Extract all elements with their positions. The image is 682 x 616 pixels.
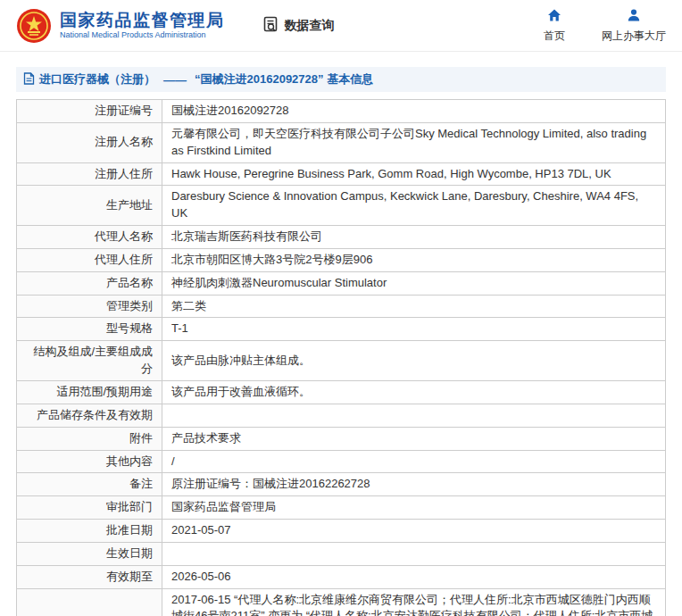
row-value: 神经肌肉刺激器Neuromuscular Stimulator (162, 271, 666, 295)
row-label: 生产地址 (17, 186, 162, 226)
table-row: 型号规格T-1 (17, 318, 666, 341)
table-row: 审批部门国家药品监督管理局 (17, 496, 666, 520)
table-row: 产品名称神经肌肉刺激器Neuromuscular Stimulator (17, 271, 666, 295)
person-icon (627, 8, 641, 26)
row-label: 其他内容 (17, 450, 162, 473)
row-label: 代理人住所 (17, 248, 162, 271)
agency-name-cn: 国家药品监督管理局 (60, 11, 225, 30)
breadcrumb-separator: —— (163, 73, 187, 87)
data-query-label: 数据查询 (285, 18, 335, 34)
row-label: 产品储存条件及有效期 (17, 404, 162, 427)
row-value: 2017-06-15 “代理人名称:北京维康维尔商贸有限公司；代理人住所:北京市… (162, 588, 666, 616)
nav-service-hall-label: 网上办事大厅 (602, 29, 666, 44)
row-label: 适用范围/预期用途 (17, 380, 162, 404)
row-value: 北京市朝阳区博大路3号院2号楼9层906 (162, 248, 666, 271)
table-row: 产品储存条件及有效期 (17, 404, 666, 427)
row-label: 生效日期 (17, 542, 162, 565)
row-value: 国家药品监督管理局 (162, 496, 666, 520)
nav-item-home[interactable]: 首页 (539, 8, 570, 44)
agency-title-block: 国家药品监督管理局 National Medical Products Admi… (60, 11, 225, 40)
row-label: 管理类别 (17, 295, 162, 318)
row-label: 产品名称 (17, 271, 162, 295)
row-value: Daresbury Science & Innovation Campus, K… (162, 186, 666, 226)
table-row: 注册证编号国械注进20162092728 (17, 100, 666, 123)
row-label: 审批部门 (17, 496, 162, 520)
row-value: 第二类 (162, 295, 666, 318)
table-row: 附件产品技术要求 (17, 427, 666, 450)
row-label: 批准日期 (17, 520, 162, 543)
row-label: 有效期至 (17, 565, 162, 588)
row-label: 附件 (17, 427, 162, 450)
table-row: 适用范围/预期用途该产品用于改善血液循环。 (17, 380, 666, 404)
table-row: 有效期至2026-05-06 (17, 565, 666, 588)
nmpa-emblem-logo (16, 8, 52, 44)
row-label: 注册人名称 (17, 122, 162, 162)
registration-info-table: 注册证编号国械注进20162092728注册人名称元馨有限公司，即天空医疗科技有… (16, 99, 666, 616)
row-value: Hawk House, Peregrine Business Park, Gom… (162, 162, 666, 186)
table-row: 代理人名称北京瑞吉斯医药科技有限公司 (17, 226, 666, 249)
agency-name-en: National Medical Products Administration (60, 30, 225, 40)
table-row: 备注原注册证编号：国械注进20162262728 (17, 473, 666, 496)
row-value (162, 404, 666, 427)
breadcrumb-section[interactable]: 进口医疗器械（注册） (39, 71, 155, 87)
row-label: 结构及组成/主要组成成分 (17, 341, 162, 381)
nav-home-label: 首页 (544, 29, 565, 44)
row-label: 注册人住所 (17, 162, 162, 186)
row-value: 2026-05-06 (162, 565, 666, 588)
table-row: 生产地址Daresbury Science & Innovation Campu… (17, 186, 666, 226)
row-value: 原注册证编号：国械注进20162262728 (162, 473, 666, 496)
row-value: 国械注进20162092728 (162, 100, 666, 123)
data-query-icon (262, 15, 280, 36)
row-label: 代理人名称 (17, 226, 162, 249)
table-row: 批准日期2021-05-07 (17, 520, 666, 543)
table-row: 注册人名称元馨有限公司，即天空医疗科技有限公司子公司Sky Medical Te… (17, 122, 666, 162)
row-value: 2021-05-07 (162, 520, 666, 543)
header: 国家药品监督管理局 National Medical Products Admi… (0, 0, 682, 52)
row-value: 该产品由脉冲贴主体组成。 (162, 341, 666, 381)
breadcrumb: 进口医疗器械（注册） —— “国械注进20162092728” 基本信息 (16, 67, 666, 92)
table-row: 生效日期 (17, 542, 666, 565)
row-value: 北京瑞吉斯医药科技有限公司 (162, 226, 666, 249)
nav-item-service-hall[interactable]: 网上办事大厅 (602, 8, 666, 44)
row-label: 备注 (17, 473, 162, 496)
row-label: 注册证编号 (17, 100, 162, 123)
row-label: 型号规格 (17, 318, 162, 341)
table-row: 管理类别第二类 (17, 295, 666, 318)
row-value: T-1 (162, 318, 666, 341)
table-row: 注册人住所Hawk House, Peregrine Business Park… (17, 162, 666, 186)
row-value: / (162, 450, 666, 473)
document-icon (23, 72, 35, 87)
row-value: 产品技术要求 (162, 427, 666, 450)
page-title: “国械注进20162092728” 基本信息 (195, 71, 373, 87)
table-row: 变更情况2017-06-15 “代理人名称:北京维康维尔商贸有限公司；代理人住所… (17, 588, 666, 616)
table-row: 其他内容/ (17, 450, 666, 473)
row-value (162, 542, 666, 565)
row-value: 元馨有限公司，即天空医疗科技有限公司子公司Sky Medical Technol… (162, 122, 666, 162)
table-row: 结构及组成/主要组成成分该产品由脉冲贴主体组成。 (17, 341, 666, 381)
row-label: 变更情况 (17, 588, 162, 616)
table-row: 代理人住所北京市朝阳区博大路3号院2号楼9层906 (17, 248, 666, 271)
home-icon (547, 8, 561, 26)
info-table-body: 注册证编号国械注进20162092728注册人名称元馨有限公司，即天空医疗科技有… (17, 100, 666, 616)
data-query-button[interactable]: 数据查询 (262, 15, 335, 36)
row-value: 该产品用于改善血液循环。 (162, 380, 666, 404)
